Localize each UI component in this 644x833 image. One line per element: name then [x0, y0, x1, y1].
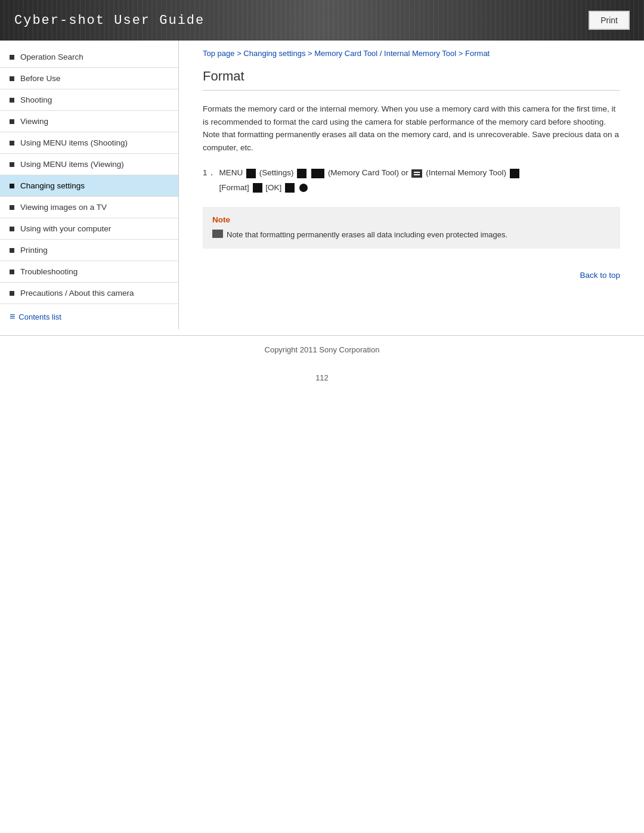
bullet-icon [10, 98, 14, 103]
sidebar-item-label: Using with your computer [20, 224, 111, 233]
back-to-top-link[interactable]: Back to top [580, 271, 620, 280]
note-box: Note Note that formatting permanently er… [203, 207, 620, 249]
footer: Copyright 2011 Sony Corporation [0, 335, 644, 364]
breadcrumb-current: Format [465, 49, 490, 58]
sidebar-item-menu-shooting[interactable]: Using MENU items (Shooting) [0, 132, 178, 154]
note-content: Note that formatting permanently erases … [212, 229, 611, 241]
main-layout: Operation Search Before Use Shooting Vie… [0, 41, 644, 329]
sidebar-item-label: Before Use [20, 74, 61, 83]
arrow-button-icon [246, 169, 256, 178]
note-icon [212, 230, 223, 238]
sidebar-item-operation-search[interactable]: Operation Search [0, 47, 178, 68]
page-number: 112 [0, 364, 644, 392]
arrow-button-icon [297, 169, 306, 178]
note-text: Note that formatting permanently erases … [227, 229, 507, 241]
bullet-icon [10, 184, 14, 188]
sidebar-item-label: Shooting [20, 95, 52, 104]
settings-label: (Settings) [259, 168, 294, 177]
memory-card-label: (Memory Card Tool) or [328, 168, 408, 177]
sidebar-item-label: Operation Search [20, 52, 83, 61]
internal-memory-icon [411, 169, 422, 178]
sidebar-item-label: Using MENU items (Shooting) [20, 138, 128, 147]
format-label: [Format] [219, 183, 249, 192]
sidebar-item-label: Viewing images on a TV [20, 203, 107, 212]
content-description: Formats the memory card or the internal … [203, 103, 620, 154]
step-list: 1． MENU (Settings) (Memory Card Tool) or… [203, 166, 620, 195]
breadcrumb-separator: > [459, 49, 465, 58]
bullet-icon [10, 291, 14, 296]
bullet-icon [10, 205, 14, 210]
bullet-icon [10, 119, 14, 124]
bullet-icon [10, 248, 14, 253]
sidebar-item-menu-viewing[interactable]: Using MENU items (Viewing) [0, 154, 178, 175]
step-content: MENU (Settings) (Memory Card Tool) or (I… [219, 166, 620, 195]
header: Cyber-shot User Guide Print [0, 0, 644, 41]
sidebar-item-label: Printing [20, 246, 48, 255]
arrow-button-icon [253, 183, 262, 193]
bullet-icon [10, 141, 14, 145]
sidebar-item-label: Viewing [20, 117, 48, 126]
sidebar-item-using-computer[interactable]: Using with your computer [0, 218, 178, 240]
breadcrumb-changing-settings[interactable]: Changing settings [243, 49, 305, 58]
print-button[interactable]: Print [589, 11, 630, 30]
sidebar-item-label: Using MENU items (Viewing) [20, 160, 124, 169]
bullet-icon [10, 162, 14, 167]
bullet-icon [10, 227, 14, 231]
back-to-top: Back to top [203, 261, 620, 280]
arrow-button-icon [510, 169, 519, 178]
sidebar: Operation Search Before Use Shooting Vie… [0, 41, 179, 329]
bullet-icon [10, 76, 14, 81]
sidebar-item-before-use[interactable]: Before Use [0, 68, 178, 89]
sidebar-item-shooting[interactable]: Shooting [0, 89, 178, 111]
arrow-button-icon [285, 183, 295, 193]
contents-list-link[interactable]: Contents list [0, 304, 178, 329]
sidebar-item-label: Changing settings [20, 181, 85, 190]
sidebar-item-viewing-tv[interactable]: Viewing images on a TV [0, 197, 178, 218]
sidebar-item-label: Precautions / About this camera [20, 289, 134, 298]
note-title: Note [212, 215, 611, 224]
ok-label: [OK] [265, 183, 281, 192]
breadcrumb: Top page > Changing settings > Memory Ca… [203, 41, 620, 69]
breadcrumb-separator: > [237, 49, 243, 58]
page-title: Format [203, 69, 620, 91]
bullet-icon [10, 270, 14, 274]
sidebar-item-printing[interactable]: Printing [0, 240, 178, 261]
menu-label: MENU [219, 168, 243, 177]
breadcrumb-separator: > [308, 49, 314, 58]
sidebar-item-precautions[interactable]: Precautions / About this camera [0, 283, 178, 304]
breadcrumb-memory-card-tool[interactable]: Memory Card Tool / Internal Memory Tool [314, 49, 456, 58]
bullet-icon [10, 55, 14, 60]
app-title: Cyber-shot User Guide [14, 13, 205, 28]
copyright-text: Copyright 2011 Sony Corporation [265, 345, 380, 354]
step-item-1: 1． MENU (Settings) (Memory Card Tool) or… [203, 166, 620, 195]
content-area: Top page > Changing settings > Memory Ca… [179, 41, 644, 304]
step-number: 1． [203, 166, 216, 180]
memory-card-icon [311, 169, 324, 178]
sidebar-item-viewing[interactable]: Viewing [0, 111, 178, 132]
confirm-button-icon [299, 184, 308, 192]
sidebar-item-changing-settings[interactable]: Changing settings [0, 175, 178, 197]
sidebar-item-label: Troubleshooting [20, 267, 78, 276]
breadcrumb-top-page[interactable]: Top page [203, 49, 235, 58]
sidebar-item-troubleshooting[interactable]: Troubleshooting [0, 261, 178, 283]
internal-memory-label: (Internal Memory Tool) [426, 168, 506, 177]
